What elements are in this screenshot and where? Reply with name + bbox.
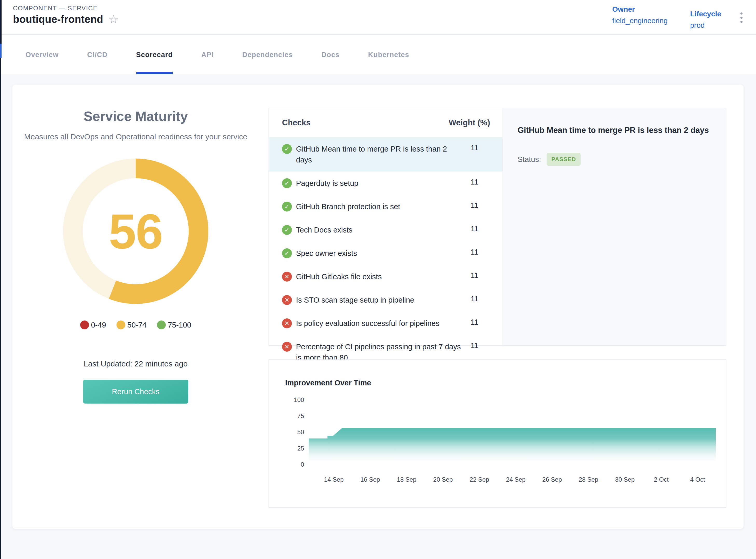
check-weight: 11 xyxy=(471,318,488,327)
check-weight: 11 xyxy=(471,294,488,303)
legend-item-50-74: 50-74 xyxy=(116,320,146,329)
check-passed-icon: ✓ xyxy=(282,225,292,235)
favorite-star-icon[interactable]: ☆ xyxy=(109,14,119,25)
owner-label: Owner xyxy=(612,5,667,14)
page-body: Service Maturity Measures all DevOps and… xyxy=(0,74,756,559)
check-row[interactable]: ✕Is STO scan stage setup in pipeline11 xyxy=(269,288,503,312)
check-passed-icon: ✓ xyxy=(282,144,292,154)
x-axis-tick: 14 Sep xyxy=(324,476,344,483)
rerun-checks-button[interactable]: Rerun Checks xyxy=(83,380,188,404)
legend-dot xyxy=(157,320,166,329)
check-passed-icon: ✓ xyxy=(282,248,292,258)
x-axis-tick: 24 Sep xyxy=(506,476,526,483)
x-axis-tick: 30 Sep xyxy=(615,476,635,483)
improvement-chart-panel: Improvement Over Time 0255075100 14 Sep1… xyxy=(269,359,727,508)
page-title: boutique-frontend xyxy=(13,14,103,25)
check-weight: 11 xyxy=(471,178,488,186)
more-options-icon[interactable] xyxy=(740,13,742,23)
check-passed-icon: ✓ xyxy=(282,202,292,211)
x-axis-tick: 18 Sep xyxy=(397,476,417,483)
maturity-score-value: 56 xyxy=(63,159,208,304)
check-name: Spec owner exists xyxy=(296,248,464,259)
check-weight: 11 xyxy=(471,271,488,280)
maturity-gauge: 56 xyxy=(63,159,208,304)
lifecycle-value: prod xyxy=(690,21,721,29)
tab-dependencies[interactable]: Dependencies xyxy=(242,35,293,74)
y-axis-tick: 100 xyxy=(294,396,304,403)
lifecycle-block: Lifecycle prod xyxy=(690,10,721,29)
check-name: Is policy evaluation successful for pipe… xyxy=(296,318,464,329)
legend-label: 50-74 xyxy=(128,321,146,329)
tab-api[interactable]: API xyxy=(201,35,214,74)
legend-dot xyxy=(116,320,125,329)
tab-kubernetes[interactable]: Kubernetes xyxy=(368,35,409,74)
tab-scorecard[interactable]: Scorecard xyxy=(136,35,173,74)
legend-dot xyxy=(80,320,89,329)
check-weight: 11 xyxy=(471,341,488,350)
y-axis-tick: 50 xyxy=(297,428,304,435)
entity-tabbar: OverviewCI/CDScorecardAPIDependenciesDoc… xyxy=(0,35,756,74)
x-axis-tick: 2 Oct xyxy=(654,476,669,483)
check-failed-icon: ✕ xyxy=(282,318,292,328)
lifecycle-label: Lifecycle xyxy=(690,10,721,18)
check-failed-icon: ✕ xyxy=(282,295,292,305)
weight-column-header: Weight (%) xyxy=(449,118,490,128)
check-row[interactable]: ✓Tech Docs exists11 xyxy=(269,218,503,242)
legend-item-0-49: 0-49 xyxy=(80,320,106,329)
check-row[interactable]: ✕Is policy evaluation successful for pip… xyxy=(269,312,503,335)
y-axis-tick: 75 xyxy=(297,412,304,419)
tab-docs[interactable]: Docs xyxy=(321,35,340,74)
check-failed-icon: ✕ xyxy=(282,342,292,352)
check-detail-title: GitHub Mean time to merge PR is less tha… xyxy=(518,123,711,137)
check-name: GitHub Gitleaks file exists xyxy=(296,271,464,282)
check-passed-icon: ✓ xyxy=(282,178,292,188)
improvement-area-chart: 0255075100 14 Sep16 Sep18 Sep20 Sep22 Se… xyxy=(269,360,726,507)
legend-label: 75-100 xyxy=(168,321,191,329)
check-weight: 11 xyxy=(471,143,488,152)
checks-list-header: Checks Weight (%) xyxy=(269,118,503,128)
x-axis-tick: 16 Sep xyxy=(360,476,380,483)
x-axis-tick: 28 Sep xyxy=(579,476,598,483)
y-axis-tick: 25 xyxy=(297,445,304,452)
check-failed-icon: ✕ xyxy=(282,272,292,282)
check-name: Pagerduty is setup xyxy=(296,178,464,189)
check-row[interactable]: ✓GitHub Mean time to merge PR is less th… xyxy=(269,137,503,172)
check-row[interactable]: ✓Pagerduty is setup11 xyxy=(269,172,503,195)
tab-overview[interactable]: Overview xyxy=(25,35,59,74)
page-header: COMPONENT — SERVICE boutique-frontend ☆ … xyxy=(0,0,756,35)
x-axis-tick: 4 Oct xyxy=(690,476,705,483)
status-label: Status: xyxy=(518,155,541,164)
checks-panel: Checks Weight (%) ✓GitHub Mean time to m… xyxy=(269,108,727,346)
status-badge: PASSED xyxy=(547,153,581,166)
owner-value-link[interactable]: field_engineering xyxy=(612,17,667,25)
check-name: GitHub Mean time to merge PR is less tha… xyxy=(296,143,464,165)
checks-list: Checks Weight (%) ✓GitHub Mean time to m… xyxy=(269,108,503,345)
tab-ci-cd[interactable]: CI/CD xyxy=(87,35,108,74)
window-left-border xyxy=(0,0,1,559)
collapsed-sidebar-active-indicator xyxy=(0,44,2,58)
x-axis-tick: 22 Sep xyxy=(469,476,489,483)
check-row[interactable]: ✓Spec owner exists11 xyxy=(269,242,503,265)
check-name: GitHub Branch protection is set xyxy=(296,201,464,212)
scorecard-title: Service Maturity xyxy=(13,109,259,124)
scorecard-subtitle: Measures all DevOps and Operational read… xyxy=(22,131,250,142)
check-name: Is STO scan stage setup in pipeline xyxy=(296,294,464,306)
x-axis-tick: 20 Sep xyxy=(433,476,453,483)
breadcrumb: COMPONENT — SERVICE xyxy=(13,5,97,12)
check-row[interactable]: ✓GitHub Branch protection is set11 xyxy=(269,195,503,218)
owner-block: Owner field_engineering xyxy=(612,5,667,25)
x-axis-tick: 26 Sep xyxy=(542,476,562,483)
check-name: Tech Docs exists xyxy=(296,224,464,236)
legend-label: 0-49 xyxy=(91,321,106,329)
check-weight: 11 xyxy=(471,201,488,210)
collapsed-sidebar-strip xyxy=(0,0,2,44)
maturity-summary: Service Maturity Measures all DevOps and… xyxy=(13,85,259,404)
check-row[interactable]: ✕GitHub Gitleaks file exists11 xyxy=(269,265,503,288)
scorecard-card: Service Maturity Measures all DevOps and… xyxy=(13,85,743,529)
score-legend: 0-4950-7475-100 xyxy=(13,320,259,329)
check-detail-panel: GitHub Mean time to merge PR is less tha… xyxy=(503,108,726,345)
legend-item-75-100: 75-100 xyxy=(157,320,191,329)
check-weight: 11 xyxy=(471,224,488,233)
last-updated-text: Last Updated: 22 minutes ago xyxy=(13,359,259,368)
check-weight: 11 xyxy=(471,248,488,256)
